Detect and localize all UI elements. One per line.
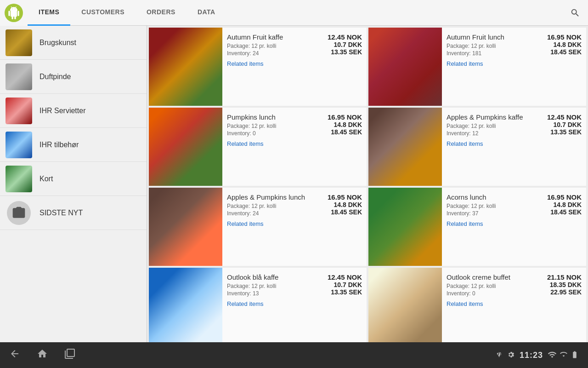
product-inventory-autumn-fruit-lunch: Inventory: 181 [447,50,531,57]
product-info-autumn-fruit-lunch: Autumn Fruit lunch Package: 12 pr. kolli… [442,28,536,106]
product-name-apples-pumpkins-kaffe: Apples & Pumpkins kaffe [447,113,531,121]
product-info-autumn-fruit-kaffe: Autumn Fruit kaffe Package: 12 pr. kolli… [222,28,316,106]
product-row: Pumpkins lunch Package: 12 pr. kolli Inv… [149,108,586,186]
sidebar-item-ihr-servietter[interactable]: IHR Servietter [0,94,147,128]
price-nok-outlook-blaa-kaffe: 12.45 NOK [316,273,362,281]
product-package-autumn-fruit-lunch: Package: 12 pr. kolli [447,43,531,49]
price-dkk-apples-pumpkins-kaffe: 10.7 DKK [536,121,582,128]
sidebar-label-kort: Kort [40,175,53,183]
product-inventory-outlook-blaa-kaffe: Inventory: 13 [227,290,311,297]
tab-customers[interactable]: CUSTOMERS [70,0,136,26]
clock: 11:23 [520,351,543,360]
product-prices-outlook-blaa-kaffe: 12.45 NOK 10.7 DKK 13.35 SEK [316,268,367,342]
product-related-outlook-creme-buffet[interactable]: Related items [447,300,531,307]
product-image-outlook-creme-buffet [368,268,442,342]
signal-icon [560,351,568,360]
tab-items[interactable]: ITEMS [28,0,70,26]
product-inventory-apples-pumpkins-lunch: Inventory: 24 [227,210,311,217]
product-prices-outlook-creme-buffet: 21.15 NOK 18.35 DKK 22.95 SEK [536,268,586,342]
product-info-outlook-blaa-kaffe: Outlook blå kaffe Package: 12 pr. kolli … [222,268,316,342]
product-name-autumn-fruit-lunch: Autumn Fruit lunch [447,33,531,41]
product-image-apples-pumpkins-lunch [149,188,222,266]
product-name-outlook-blaa-kaffe: Outlook blå kaffe [227,273,311,281]
battery-icon [571,351,579,360]
product-related-pumpkins-lunch[interactable]: Related items [227,140,311,147]
connectivity-icons [548,350,579,361]
product-package-outlook-blaa-kaffe: Package: 12 pr. kolli [227,283,311,289]
price-dkk-autumn-fruit-kaffe: 10.7 DKK [316,41,362,48]
product-card-autumn-fruit-lunch[interactable]: Autumn Fruit lunch Package: 12 pr. kolli… [368,28,586,106]
product-package-pumpkins-lunch: Package: 12 pr. kolli [227,123,311,129]
price-sek-autumn-fruit-lunch: 18.45 SEK [536,48,582,56]
sidebar-item-sidste-nyt[interactable]: SIDSTE NYT [0,196,147,230]
android-logo [5,4,23,22]
product-package-acorns-lunch: Package: 12 pr. kolli [447,203,531,209]
product-name-apples-pumpkins-lunch: Apples & Pumpkins lunch [227,193,311,201]
sidebar-item-kort[interactable]: Kort [0,162,147,196]
product-image-apples-pumpkins-kaffe [368,108,442,186]
product-related-autumn-fruit-kaffe[interactable]: Related items [227,60,311,67]
product-name-autumn-fruit-kaffe: Autumn Fruit kaffe [227,33,311,41]
product-card-outlook-blaa-kaffe[interactable]: Outlook blå kaffe Package: 12 pr. kolli … [149,268,367,342]
sidebar-item-ihr-tilbehor[interactable]: IHR tilbehør [0,128,147,162]
product-grid: Autumn Fruit kaffe Package: 12 pr. kolli… [147,26,588,342]
price-sek-outlook-creme-buffet: 22.95 SEK [536,288,582,296]
sidebar-item-brugskunst[interactable]: Brugskunst [0,26,147,60]
sidebar-label-ihr-servietter: IHR Servietter [40,107,85,115]
product-card-autumn-fruit-kaffe[interactable]: Autumn Fruit kaffe Package: 12 pr. kolli… [149,28,367,106]
sidebar-label-duftpinde: Duftpinde [40,73,71,81]
price-dkk-pumpkins-lunch: 14.8 DKK [316,121,362,128]
product-related-autumn-fruit-lunch[interactable]: Related items [447,60,531,67]
product-image-acorns-lunch [368,188,442,266]
nav-tabs: ITEMS CUSTOMERS ORDERS DATA [28,0,562,26]
product-package-autumn-fruit-kaffe: Package: 12 pr. kolli [227,43,311,49]
product-related-apples-pumpkins-lunch[interactable]: Related items [227,220,311,227]
product-info-apples-pumpkins-kaffe: Apples & Pumpkins kaffe Package: 12 pr. … [442,108,536,186]
sidebar-label-sidste-nyt: SIDSTE NYT [40,209,83,217]
product-package-apples-pumpkins-kaffe: Package: 12 pr. kolli [447,123,531,129]
tab-data[interactable]: DATA [187,0,226,26]
product-card-apples-pumpkins-kaffe[interactable]: Apples & Pumpkins kaffe Package: 12 pr. … [368,108,586,186]
home-icon[interactable] [37,348,48,362]
price-dkk-acorns-lunch: 14.8 DKK [536,201,582,208]
product-related-outlook-blaa-kaffe[interactable]: Related items [227,300,311,307]
product-info-outlook-creme-buffet: Outlook creme buffet Package: 12 pr. kol… [442,268,536,342]
bottom-bar: 11:23 [0,342,588,368]
product-prices-pumpkins-lunch: 16.95 NOK 14.8 DKK 18.45 SEK [316,108,367,186]
price-nok-acorns-lunch: 16.95 NOK [536,193,582,201]
product-image-pumpkins-lunch [149,108,222,186]
product-prices-apples-pumpkins-lunch: 16.95 NOK 14.8 DKK 18.45 SEK [316,188,367,266]
sidebar-item-duftpinde[interactable]: Duftpinde [0,60,147,94]
product-image-outlook-blaa-kaffe [149,268,222,342]
recents-icon[interactable] [64,348,75,362]
product-card-apples-pumpkins-lunch[interactable]: Apples & Pumpkins lunch Package: 12 pr. … [149,188,367,266]
product-related-apples-pumpkins-kaffe[interactable]: Related items [447,140,531,147]
product-card-pumpkins-lunch[interactable]: Pumpkins lunch Package: 12 pr. kolli Inv… [149,108,367,186]
product-info-apples-pumpkins-lunch: Apples & Pumpkins lunch Package: 12 pr. … [222,188,316,266]
sidebar-thumb-sidste-nyt [6,200,32,226]
sidebar-thumb-ihr-servietter [6,98,32,124]
product-image-autumn-fruit-kaffe [149,28,222,106]
product-row: Outlook blå kaffe Package: 12 pr. kolli … [149,268,586,342]
product-card-outlook-creme-buffet[interactable]: Outlook creme buffet Package: 12 pr. kol… [368,268,586,342]
price-sek-acorns-lunch: 18.45 SEK [536,208,582,216]
bottom-status: 11:23 [496,350,579,361]
product-related-acorns-lunch[interactable]: Related items [447,220,531,227]
status-icons [496,351,515,360]
price-sek-apples-pumpkins-kaffe: 13.35 SEK [536,128,582,136]
product-card-acorns-lunch[interactable]: Acorns lunch Package: 12 pr. kolli Inven… [368,188,586,266]
price-nok-autumn-fruit-lunch: 16.95 NOK [536,33,582,41]
product-info-acorns-lunch: Acorns lunch Package: 12 pr. kolli Inven… [442,188,536,266]
product-package-apples-pumpkins-lunch: Package: 12 pr. kolli [227,203,311,209]
price-nok-apples-pumpkins-kaffe: 12.45 NOK [536,113,582,121]
product-name-outlook-creme-buffet: Outlook creme buffet [447,273,531,281]
price-dkk-autumn-fruit-lunch: 14.8 DKK [536,41,582,48]
sidebar-thumb-duftpinde [6,63,32,90]
search-button[interactable] [562,0,588,26]
back-icon[interactable] [9,348,20,362]
price-sek-apples-pumpkins-lunch: 18.45 SEK [316,208,362,216]
product-image-autumn-fruit-lunch [368,28,442,106]
product-row: Autumn Fruit kaffe Package: 12 pr. kolli… [149,28,586,106]
product-prices-apples-pumpkins-kaffe: 12.45 NOK 10.7 DKK 13.35 SEK [536,108,586,186]
tab-orders[interactable]: ORDERS [136,0,187,26]
